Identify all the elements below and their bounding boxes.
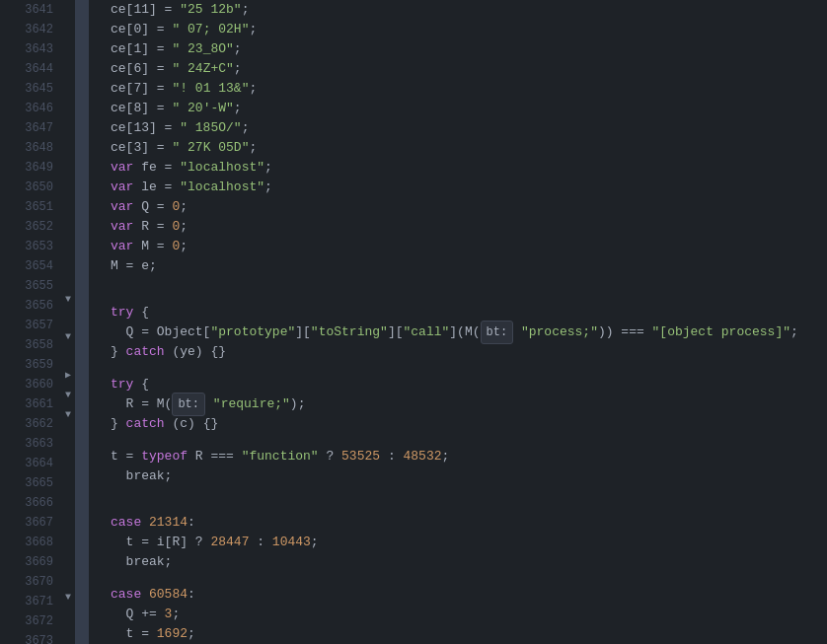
code-line: Q = Object["prototype"]["toString"]["cal…	[89, 322, 827, 342]
fold-marker	[61, 497, 75, 515]
code-line: case 21314:	[89, 513, 827, 533]
line-number: 3667	[25, 513, 53, 533]
line-number: 3649	[25, 158, 53, 178]
code-token: {	[141, 375, 149, 394]
fold-marker	[61, 108, 75, 126]
code-line: try {	[89, 303, 827, 322]
code-line: var Q = 0;	[89, 197, 827, 217]
fold-marker[interactable]: ▼	[61, 290, 75, 310]
line-number: 3653	[25, 237, 53, 256]
fold-marker	[61, 516, 75, 534]
fold-marker[interactable]: ▼	[61, 588, 75, 608]
code-token: var	[111, 237, 141, 256]
code-token: t =	[111, 624, 157, 644]
line-number: 3669	[25, 552, 53, 572]
code-token: 28447	[210, 533, 249, 552]
code-token: var	[111, 178, 141, 197]
code-line: ce[6] = " 24Z+C";	[89, 59, 827, 79]
code-token: :	[188, 513, 195, 533]
line-number-gutter: 3641364236433644364536463647364836493650…	[0, 0, 61, 644]
code-token: " 24Z+C"	[172, 59, 233, 79]
code-token: "localhost"	[180, 158, 264, 178]
code-token: }	[111, 342, 126, 362]
line-number: 3651	[25, 197, 53, 217]
code-token: ;	[311, 533, 319, 552]
line-number: 3645	[25, 79, 53, 99]
line-number: 3663	[25, 434, 53, 454]
code-token: ce[7] =	[111, 79, 172, 99]
code-line: } catch (c) {}	[89, 414, 827, 434]
fold-marker	[61, 626, 75, 644]
line-number: 3646	[25, 99, 53, 118]
code-line: M = e;	[89, 256, 827, 276]
line-number: 3647	[25, 118, 53, 138]
code-token: t =	[111, 447, 141, 466]
code-token: ;	[180, 197, 188, 217]
code-line: t = i[R] ? 28447 : 10443;	[89, 533, 827, 552]
code-token: ;	[180, 217, 188, 237]
line-number: 3644	[25, 59, 53, 79]
code-token: ;	[172, 605, 180, 624]
code-token: 0	[172, 197, 180, 217]
code-token: var	[111, 217, 141, 237]
code-token: 53525	[341, 447, 380, 466]
fold-marker	[61, 272, 75, 290]
code-line: Q += 3;	[89, 605, 827, 624]
code-line: break;	[89, 552, 827, 572]
fold-gutter[interactable]: ▼▼▶▼▼▼	[61, 0, 75, 644]
code-token: typeof	[141, 447, 195, 466]
code-token: 0	[172, 217, 180, 237]
code-token: le =	[141, 178, 180, 197]
code-token: 10443	[272, 533, 311, 552]
code-token: " 185O/"	[180, 118, 241, 138]
code-token: :	[249, 533, 271, 552]
code-token: ;	[264, 158, 272, 178]
code-line: ce[3] = " 27K 05D";	[89, 138, 827, 158]
line-number: 3672	[25, 611, 53, 631]
fold-marker	[61, 91, 75, 108]
line-number: 3654	[25, 256, 53, 276]
code-token	[205, 394, 213, 414]
code-token: ;	[249, 20, 257, 39]
line-number: 3641	[25, 0, 53, 20]
fold-marker[interactable]: ▼	[61, 386, 75, 405]
code-token: M = e;	[111, 256, 157, 276]
fold-marker	[61, 36, 75, 54]
code-token: ;	[234, 39, 242, 59]
code-line	[89, 289, 827, 302]
code-token: break;	[111, 552, 172, 572]
code-token: ;	[242, 0, 250, 20]
code-line	[89, 276, 827, 289]
code-editor: 3641364236433644364536463647364836493650…	[0, 0, 827, 644]
code-line: try {	[89, 375, 827, 394]
inline-tooltip: bt:	[172, 393, 205, 416]
code-token: 48532	[403, 447, 441, 466]
code-line: ce[8] = " 20'-W";	[89, 99, 827, 118]
code-line	[89, 572, 827, 585]
code-token: "prototype"	[210, 322, 295, 342]
line-number: 3657	[25, 316, 53, 335]
code-token: "toString"	[311, 322, 388, 342]
code-line: var fe = "localhost";	[89, 158, 827, 178]
code-token: "25 12b"	[180, 0, 241, 20]
code-line	[89, 434, 827, 447]
code-line: break;	[89, 466, 827, 486]
fold-marker[interactable]: ▶	[61, 366, 75, 386]
fold-marker	[61, 199, 75, 217]
fold-marker[interactable]: ▼	[61, 327, 75, 347]
code-token: ce[3] =	[111, 138, 172, 158]
code-token: " 23_8O"	[172, 39, 233, 59]
fold-marker	[61, 347, 75, 365]
line-number: 3648	[25, 138, 53, 158]
code-line: ce[13] = " 185O/";	[89, 118, 827, 138]
code-token: " 27K 05D"	[172, 138, 249, 158]
code-token: ce[11] =	[111, 0, 180, 20]
code-token: ;	[180, 237, 188, 256]
fold-marker[interactable]: ▼	[61, 405, 75, 425]
inline-tooltip: bt:	[481, 321, 514, 344]
line-number: 3660	[25, 375, 53, 394]
minimap	[75, 0, 89, 644]
code-token: var	[111, 158, 141, 178]
code-line	[89, 499, 827, 512]
code-token: Q =	[141, 197, 172, 217]
